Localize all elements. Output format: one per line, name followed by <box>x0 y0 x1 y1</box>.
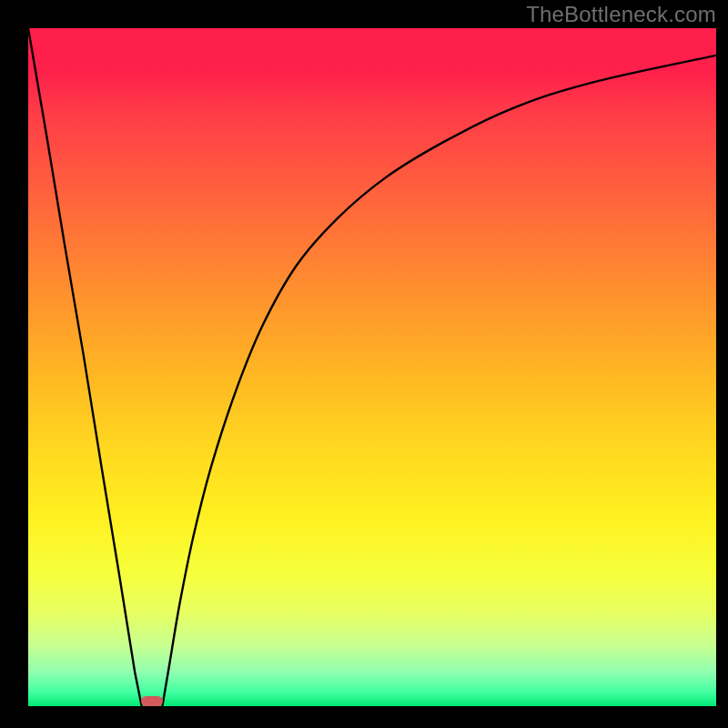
curve-right-arm <box>162 56 716 706</box>
bottleneck-curve <box>28 28 716 706</box>
chart-frame: TheBottleneck.com <box>0 0 728 728</box>
curve-left-arm <box>28 28 142 706</box>
watermark-text: TheBottleneck.com <box>526 2 716 27</box>
bottom-marker <box>141 696 163 706</box>
plot-area <box>28 28 716 706</box>
